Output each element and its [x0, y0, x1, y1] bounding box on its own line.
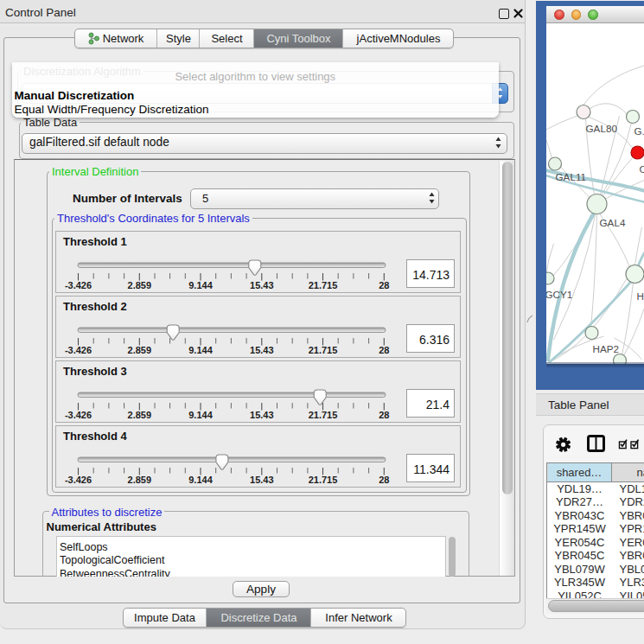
svg-text:2.859: 2.859: [127, 280, 151, 290]
svg-text:15.43: 15.43: [250, 345, 274, 355]
svg-text:HAP2: HAP2: [592, 343, 619, 354]
svg-text:9.144: 9.144: [188, 410, 213, 420]
svg-text:-3.426: -3.426: [64, 280, 91, 290]
svg-text:21.715: 21.715: [308, 475, 337, 485]
svg-text:GAL4: GAL4: [599, 217, 625, 228]
svg-text:H: H: [636, 290, 643, 302]
svg-text:2.859: 2.859: [127, 345, 151, 355]
svg-text:9.144: 9.144: [188, 280, 213, 290]
svg-text:-3.426: -3.426: [64, 345, 91, 355]
svg-text:15.43: 15.43: [250, 410, 274, 420]
svg-text:C: C: [639, 163, 644, 175]
svg-text:-3.426: -3.426: [64, 475, 91, 485]
svg-text:2.859: 2.859: [127, 410, 151, 420]
svg-text:GAL11: GAL11: [555, 171, 586, 182]
svg-text:21.715: 21.715: [308, 280, 337, 290]
svg-text:15.43: 15.43: [250, 475, 274, 485]
svg-text:9.144: 9.144: [188, 475, 213, 485]
svg-text:28: 28: [379, 410, 389, 420]
svg-text:28: 28: [379, 475, 389, 485]
svg-text:-3.426: -3.426: [64, 410, 91, 420]
svg-text:G.: G.: [634, 125, 644, 137]
svg-text:2.859: 2.859: [127, 475, 151, 485]
svg-text:28: 28: [379, 280, 389, 290]
svg-text:9.144: 9.144: [188, 345, 213, 355]
svg-text:GAL80: GAL80: [585, 123, 617, 134]
svg-text:GCY1: GCY1: [546, 289, 572, 300]
svg-text:15.43: 15.43: [250, 280, 274, 290]
svg-text:21.715: 21.715: [308, 345, 337, 355]
svg-text:28: 28: [379, 345, 389, 355]
svg-text:21.715: 21.715: [308, 410, 337, 420]
